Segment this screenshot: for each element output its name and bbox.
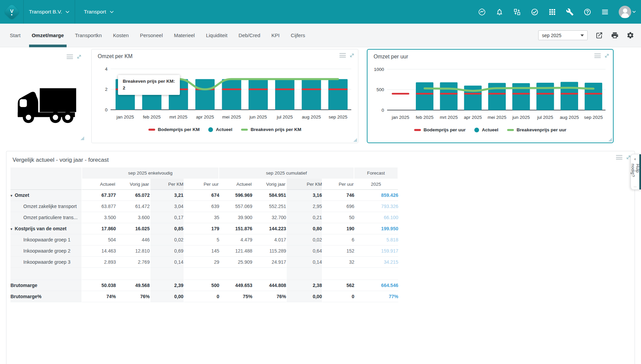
bar-feb-2025[interactable] <box>416 82 433 110</box>
legend-item-actueel[interactable]: Actueel <box>208 127 232 132</box>
chart-plot-area[interactable]: 024jan 2025feb 2025mrt 2025apr 2025mei 2… <box>92 62 358 131</box>
apps-grid-icon[interactable] <box>548 8 556 16</box>
svg-text:mei 2025: mei 2025 <box>222 114 241 120</box>
dashboard-screen: V Transport B.V. Transport <box>0 0 641 364</box>
bar-jul-2025[interactable] <box>275 79 294 110</box>
legend-item-bodemprijs-per-km[interactable]: Bodemprijs per KM <box>148 127 200 132</box>
cell: 145 <box>184 245 219 257</box>
logo-letter: V <box>10 8 13 15</box>
table-row-omzet-particuliere-trans: Omzet particuliere trans...3.5003.6000,1… <box>10 212 635 223</box>
svg-text:0: 0 <box>105 107 108 112</box>
print-icon[interactable] <box>611 31 619 39</box>
legend-label: Actueel <box>482 127 498 132</box>
cell: 0,14 <box>286 257 323 268</box>
tab-transportkn[interactable]: Transportkn <box>75 24 102 47</box>
table-row-brutomarge: Brutomarge%74%76%0,00075%76%0,00077% <box>10 291 635 302</box>
column-group-sep-2025-cumulatief: sep 2025 cumulatief <box>219 167 354 179</box>
dash-marker <box>512 93 530 95</box>
chevron-left-icon: ‹ <box>634 157 636 161</box>
legend-item-actueel[interactable]: Actueel <box>474 127 498 132</box>
row-label: Kostprijs van de omzet <box>10 223 82 234</box>
tab-cijfers[interactable]: Cijfers <box>291 24 305 47</box>
bar-sep-2025[interactable] <box>585 83 602 110</box>
dash-marker <box>416 93 433 95</box>
bar-aug-2025[interactable] <box>302 79 321 110</box>
bar-aug-2025[interactable] <box>561 82 578 110</box>
resize-handle[interactable] <box>353 138 357 142</box>
cell: 557.069 <box>219 201 252 212</box>
widget-menu-icon[interactable] <box>339 53 346 58</box>
collapse-triangle-icon[interactable] <box>10 193 13 198</box>
collapse-triangle-icon[interactable] <box>10 227 13 231</box>
table-filler <box>398 190 635 201</box>
cell: 664.546 <box>354 280 398 291</box>
cell <box>116 268 150 280</box>
svg-text:jul 2025: jul 2025 <box>277 114 293 120</box>
legend-item-bodemprijs-per-uur[interactable]: Bodemprijs per uur <box>414 127 466 132</box>
widget-menu-icon[interactable] <box>616 155 622 160</box>
expand-icon[interactable] <box>349 53 355 58</box>
resize-handle[interactable] <box>80 136 84 140</box>
user-menu[interactable] <box>619 6 636 18</box>
cell: 5.818 <box>354 234 398 245</box>
tools-wrench-icon[interactable] <box>566 8 574 16</box>
row-label: Inkoopwaarde groep 1 <box>10 234 82 245</box>
widget-menu-icon[interactable] <box>67 54 73 59</box>
settings-gear-icon[interactable] <box>626 31 634 39</box>
table-row-inkoopwaarde-groep-1: Inkoopwaarde groep 15044460,0254.4794.01… <box>10 234 635 245</box>
bar-apr-2025[interactable] <box>464 85 482 110</box>
tab-personeel[interactable]: Personeel <box>140 24 163 47</box>
row-label: Inkoopwaarde groep 3 <box>10 257 82 268</box>
legend-item-breakeven-prijs-per-km[interactable]: Breakeven prijs per KM <box>241 127 301 132</box>
view-selector[interactable]: Transport <box>75 0 122 24</box>
tab-kpi[interactable]: KPI <box>271 24 280 47</box>
chart-omzet-per-km: Omzet per KM 024jan 2025feb 2025mrt 2025… <box>91 49 358 143</box>
help-panel-tab[interactable]: ‹ Hulp nodig? ... <box>631 154 641 190</box>
dash-marker <box>248 88 268 90</box>
legend-item-breakevenprijs-per-uur[interactable]: Breakevenprijs per uur <box>507 127 566 132</box>
resize-handle[interactable] <box>608 138 612 141</box>
menu-icon[interactable] <box>601 8 609 16</box>
bar-apr-2025[interactable] <box>195 79 215 110</box>
tab-deb-cred[interactable]: Deb/Cred <box>239 24 260 47</box>
expand-icon[interactable] <box>604 53 610 58</box>
tab-kosten[interactable]: Kosten <box>113 24 129 47</box>
tab-materieel[interactable]: Materieel <box>174 24 195 47</box>
period-select[interactable]: sep 2025 <box>538 30 588 40</box>
company-selector[interactable]: Transport B.V. <box>24 0 75 24</box>
chart-plot-area[interactable]: 05001000jan 2025feb 2025mrt 2025apr 2025… <box>367 62 612 132</box>
table-filler <box>398 167 635 190</box>
chart-omzet-per-uur: Omzet per uur 05001000jan 2025feb 2025mr… <box>367 49 614 143</box>
tab-liquiditeit[interactable]: Liquiditeit <box>206 24 227 47</box>
column-header-per-uur-3: Per uur <box>184 179 219 190</box>
cell: 50 <box>323 212 354 223</box>
bar-jun-2025[interactable] <box>248 79 268 110</box>
bar-mei-2025[interactable] <box>488 83 506 110</box>
expand-icon[interactable] <box>76 54 82 59</box>
widget-menu-icon[interactable] <box>594 53 601 58</box>
advisor-icon[interactable] <box>478 8 486 16</box>
dash-marker <box>464 93 482 95</box>
table-row-inkoopwaarde-groep-2: Inkoopwaarde groep 214.46312.8100,691451… <box>10 245 635 257</box>
dash-marker <box>488 93 506 95</box>
cell: 50.038 <box>82 280 116 291</box>
truck-image <box>15 85 78 129</box>
column-header-vorig-jaar-1: Vorig jaar <box>116 179 150 190</box>
app-logo[interactable]: V <box>0 0 24 24</box>
tab-omzet-marge[interactable]: Omzet/marge <box>32 24 64 47</box>
tab-start[interactable]: Start <box>10 24 21 47</box>
swap-items-icon[interactable] <box>513 8 521 16</box>
export-icon[interactable] <box>595 31 603 39</box>
bar-jul-2025[interactable] <box>537 83 554 110</box>
bar-mrt-2025[interactable] <box>440 82 457 110</box>
tasks-check-icon[interactable] <box>531 8 539 16</box>
help-icon[interactable] <box>584 8 591 16</box>
table-filler <box>398 245 635 257</box>
notifications-bell-icon[interactable] <box>496 8 503 16</box>
cell: 4.017 <box>252 234 286 245</box>
chevron-down-icon <box>66 11 69 13</box>
svg-text:jan 2025: jan 2025 <box>391 115 409 120</box>
cell <box>354 268 398 280</box>
bar-mei-2025[interactable] <box>222 79 241 110</box>
bar-sep-2025[interactable] <box>328 79 348 110</box>
